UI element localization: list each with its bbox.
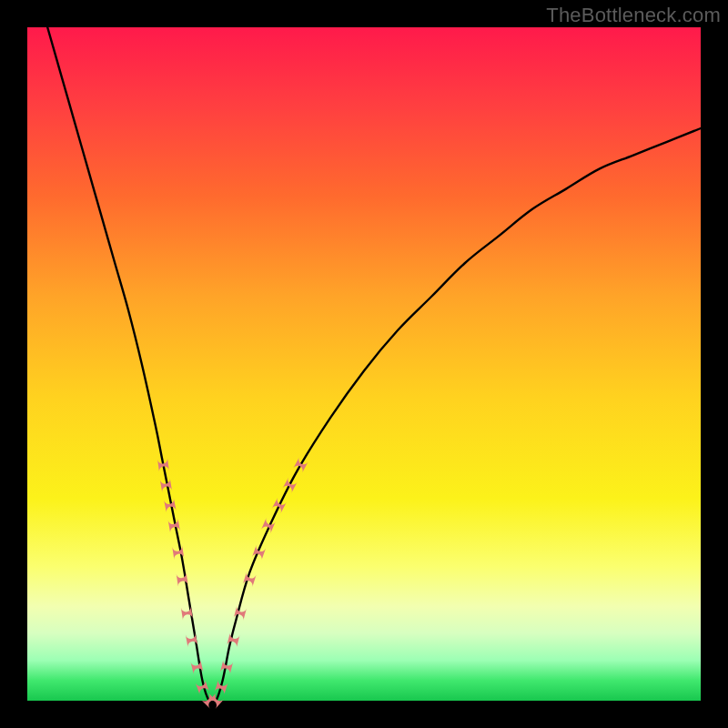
data-marker: [293, 457, 308, 473]
data-marker: [282, 477, 297, 493]
chart-frame: TheBottleneck.com: [0, 0, 728, 728]
plot-area: [27, 27, 701, 701]
watermark-text: TheBottleneck.com: [546, 4, 721, 27]
bottleneck-curve: [47, 27, 701, 703]
chart-svg: [27, 27, 701, 701]
data-marker: [272, 498, 287, 514]
